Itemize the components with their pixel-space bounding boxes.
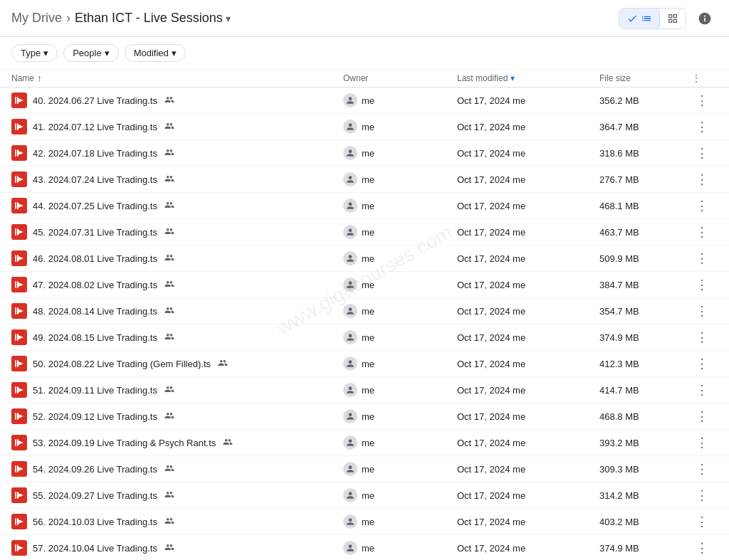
svg-rect-48 [15, 518, 16, 524]
shared-icon[interactable] [164, 200, 174, 212]
table-row[interactable]: 50. 2024.08.22 Live Trading (Gem Filled)… [0, 351, 729, 377]
check-icon [626, 13, 638, 24]
modified-cell: Oct 17, 2024 me [457, 517, 599, 527]
more-options-button[interactable]: ⋮ [692, 117, 712, 137]
type-filter-button[interactable]: Type ▾ [11, 44, 58, 62]
avatar [343, 409, 357, 423]
table-row[interactable]: 52. 2024.09.12 Live Trading.ts me Oct 17… [0, 403, 729, 430]
table-row[interactable]: 41. 2024.07.12 Live Trading.ts me Oct 17… [0, 114, 729, 140]
shared-icon[interactable] [164, 384, 174, 396]
svg-rect-28 [17, 334, 19, 340]
more-options-button[interactable]: ⋮ [692, 222, 712, 242]
table-row[interactable]: 49. 2024.08.15 Live Trading.ts me Oct 17… [0, 324, 729, 351]
view-toggle [619, 8, 686, 29]
info-button[interactable] [692, 6, 718, 31]
svg-rect-39 [15, 439, 16, 445]
table-row[interactable]: 44. 2024.07.25 Live Trading.ts me Oct 17… [0, 193, 729, 219]
table-row[interactable]: 47. 2024.08.02 Live Trading.ts me Oct 17… [0, 272, 729, 298]
shared-icon[interactable] [164, 463, 174, 475]
video-play-icon [14, 280, 24, 290]
video-play-icon [14, 464, 24, 474]
shared-icon[interactable] [164, 253, 174, 265]
size-cell: 403.2 MB [599, 517, 692, 527]
shared-icon[interactable] [164, 516, 174, 528]
svg-rect-1 [17, 97, 19, 103]
people-filter-button[interactable]: People ▾ [63, 44, 118, 62]
modified-column-header[interactable]: Last modified ▾ [457, 73, 599, 83]
size-cell: 463.7 MB [599, 227, 692, 238]
more-options-button[interactable]: ⋮ [692, 433, 712, 453]
svg-marker-38 [20, 415, 23, 418]
svg-marker-5 [20, 125, 23, 129]
table-row[interactable]: 46. 2024.08.01 Live Trading.ts me Oct 17… [0, 245, 729, 272]
more-options-button[interactable]: ⋮ [692, 275, 712, 295]
my-drive-link[interactable]: My Drive [11, 11, 62, 26]
file-title: 56. 2024.10.03 Live Trading.ts [33, 517, 157, 527]
table-row[interactable]: 53. 2024.09.19 Live Trading & Psych Rant… [0, 430, 729, 456]
shared-icon[interactable] [223, 437, 233, 449]
shared-icon[interactable] [164, 332, 174, 344]
owner-name: me [362, 464, 374, 475]
owner-cell: me [343, 488, 457, 502]
shared-icon[interactable] [164, 490, 174, 502]
more-options-button[interactable]: ⋮ [692, 143, 712, 163]
list-view-button[interactable] [619, 9, 659, 28]
shared-icon[interactable] [164, 147, 174, 159]
table-row[interactable]: 45. 2024.07.31 Live Trading.ts me Oct 17… [0, 219, 729, 245]
video-play-icon [14, 517, 24, 527]
table-row[interactable]: 40. 2024.06.27 Live Trading.ts me Oct 17… [0, 88, 729, 114]
video-play-icon [14, 438, 24, 448]
svg-rect-18 [15, 255, 16, 261]
folder-dropdown-arrow[interactable]: ▾ [226, 13, 231, 24]
avatar [343, 278, 357, 292]
shared-icon[interactable] [164, 174, 174, 186]
more-options-button[interactable]: ⋮ [692, 248, 712, 268]
table-row[interactable]: 54. 2024.09.26 Live Trading.ts me Oct 17… [0, 456, 729, 482]
table-row[interactable]: 57. 2024.10.04 Live Trading.ts me Oct 17… [0, 535, 729, 560]
table-row[interactable]: 43. 2024.07.24 Live Trading.ts me Oct 17… [0, 167, 729, 193]
more-options-button[interactable]: ⋮ [692, 327, 712, 347]
owner-column-header[interactable]: Owner [343, 73, 457, 83]
more-options-button[interactable]: ⋮ [692, 512, 712, 532]
size-cell: 309.3 MB [599, 464, 692, 475]
more-options-button[interactable]: ⋮ [692, 301, 712, 321]
table-row[interactable]: 48. 2024.08.14 Live Trading.ts me Oct 17… [0, 298, 729, 324]
file-name-cell: 52. 2024.09.12 Live Trading.ts [11, 408, 343, 424]
size-cell: 468.8 MB [599, 411, 692, 422]
table-row[interactable]: 51. 2024.09.11 Live Trading.ts me Oct 17… [0, 377, 729, 403]
more-options-button[interactable]: ⋮ [692, 169, 712, 189]
svg-rect-13 [17, 202, 19, 208]
table-row[interactable]: 56. 2024.10.03 Live Trading.ts me Oct 17… [0, 509, 729, 535]
more-options-button[interactable]: ⋮ [692, 380, 712, 400]
svg-rect-16 [17, 228, 19, 235]
table-row[interactable]: 42. 2024.07.18 Live Trading.ts me Oct 17… [0, 140, 729, 167]
more-options-button[interactable]: ⋮ [692, 538, 712, 558]
video-file-icon [11, 461, 27, 477]
shared-icon[interactable] [164, 226, 174, 238]
modified-filter-button[interactable]: Modified ▾ [125, 44, 186, 62]
svg-marker-23 [20, 283, 23, 287]
owner-name: me [362, 543, 374, 554]
header: My Drive › Ethan ICT - Live Sessions ▾ [0, 0, 729, 37]
more-options-button[interactable]: ⋮ [692, 196, 712, 216]
file-size-column-header[interactable]: File size [599, 73, 692, 83]
more-options-button[interactable]: ⋮ [692, 354, 712, 374]
shared-icon[interactable] [164, 121, 174, 133]
file-title: 41. 2024.07.12 Live Trading.ts [33, 122, 157, 132]
table-row[interactable]: 55. 2024.09.27 Live Trading.ts me Oct 17… [0, 482, 729, 509]
more-options-button[interactable]: ⋮ [692, 406, 712, 426]
size-cell: 414.7 MB [599, 385, 692, 396]
grid-view-button[interactable] [660, 9, 686, 28]
size-cell: 374.9 MB [599, 543, 692, 554]
more-options-button[interactable]: ⋮ [692, 485, 712, 505]
more-options-button[interactable]: ⋮ [692, 459, 712, 479]
name-column-header[interactable]: Name ↑ [11, 73, 343, 84]
file-title: 57. 2024.10.04 Live Trading.ts [33, 543, 157, 554]
shared-icon[interactable] [164, 279, 174, 291]
shared-icon[interactable] [164, 542, 174, 554]
shared-icon[interactable] [218, 358, 228, 370]
shared-icon[interactable] [164, 411, 174, 423]
shared-icon[interactable] [164, 95, 174, 107]
more-options-button[interactable]: ⋮ [692, 90, 712, 110]
shared-icon[interactable] [164, 305, 174, 317]
